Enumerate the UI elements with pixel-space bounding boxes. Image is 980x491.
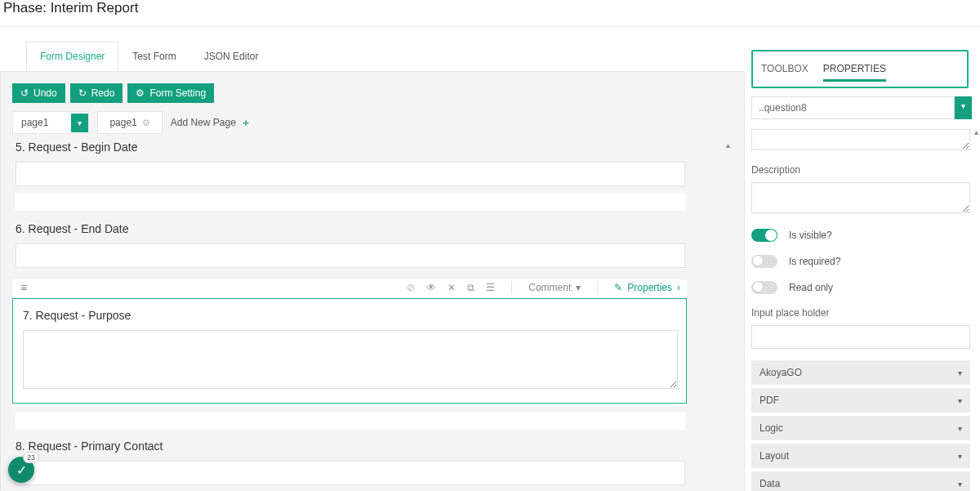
redo-icon: ↻ [78,87,87,99]
accordion-logic[interactable]: Logic ▾ [751,416,970,440]
chevron-down-icon: ▾ [958,368,962,377]
chevron-down-icon: ▾ [958,452,962,461]
form-setting-button[interactable]: ⚙ Form Setting [127,83,214,103]
delete-icon[interactable]: ⊘ [407,282,415,293]
status-fab[interactable]: ✓ 23 [8,457,34,483]
accordion-label: Data [760,478,780,489]
redo-button[interactable]: ↻ Redo [70,83,123,103]
chevron-down-icon: ▾ [958,480,962,489]
is-required-toggle[interactable] [751,255,777,268]
page-current-label: page1 [109,117,136,128]
read-only-label: Read only [789,282,833,293]
add-page-label: Add New Page [171,117,236,128]
redo-label: Redo [91,87,115,99]
comment-label: Comment [528,282,571,293]
chevron-down-icon: ▾ [958,424,962,433]
question-toolbar: ≡ ⊘ 👁 ✕ ⧉ ☰ Comme [12,279,687,298]
properties-panel: ❯ TOOLBOX PROPERTIES ▾ ▴ Description Is … [745,42,980,491]
question-label: 6. Request - End Date [16,222,733,235]
is-visible-label: Is visible? [789,230,832,241]
undo-icon: ↺ [20,87,29,99]
description-label: Description [751,164,970,176]
question-spacer [16,412,685,430]
question-8[interactable]: 8. Request - Primary Contact [12,440,733,485]
is-visible-toggle[interactable] [751,229,777,242]
question-spacer [16,193,685,211]
page-selector[interactable]: page1 ▾ [12,111,89,134]
accordion-akoyago[interactable]: AkoyaGO ▾ [751,360,970,385]
chevron-down-icon: ▾ [958,396,962,405]
properties-label: Properties [627,282,672,293]
required-icon[interactable]: ✕ [448,282,456,293]
chevron-down-icon[interactable]: ▾ [955,96,972,119]
accordion-layout[interactable]: Layout ▾ [751,444,970,468]
question-7-selected[interactable]: ≡ ⊘ 👁 ✕ ⧉ ☰ Comme [12,279,687,407]
page-title: Phase: Interim Report [0,0,980,26]
form-setting-label: Form Setting [149,87,206,99]
question-5[interactable]: 5. Request - Begin Date [12,141,733,211]
undo-label: Undo [33,87,57,99]
question-input-preview[interactable] [16,243,685,268]
gear-icon[interactable]: ⚙ [142,118,150,128]
description-textarea[interactable] [751,182,970,213]
question-label: 7. Request - Purpose [23,309,678,322]
accordion-data[interactable]: Data ▾ [751,471,970,491]
accordion-label: AkoyaGO [760,367,802,378]
designer-surface: ↺ Undo ↻ Redo ⚙ Form Setting page1 ▾ [0,71,745,491]
separator [511,281,512,294]
accordion-label: Layout [760,450,789,462]
question-selector-input[interactable] [751,96,955,119]
tab-json-editor[interactable]: JSON Editor [190,42,273,71]
panel-tabs: TOOLBOX PROPERTIES [751,50,969,88]
plus-icon: ＋ [241,116,251,130]
question-input-preview[interactable] [16,162,685,186]
question-textarea-preview[interactable] [23,330,678,389]
tab-test-form[interactable]: Test Form [118,42,189,71]
question-input-preview[interactable] [16,461,685,485]
list-icon[interactable]: ☰ [486,282,495,293]
title-textarea[interactable] [751,129,970,150]
placeholder-input[interactable] [751,325,970,349]
title-divider [0,26,980,27]
visibility-icon[interactable]: 👁 [426,282,436,293]
chevron-down-icon: ▾ [576,282,581,293]
page-current-chip[interactable]: page1 ⚙ [97,111,162,134]
copy-icon[interactable]: ⧉ [467,282,474,293]
tab-form-designer[interactable]: Form Designer [26,42,118,71]
question-selector-row: ▾ [751,96,972,119]
properties-link[interactable]: ✎ Properties › [614,282,680,293]
accordion-label: Logic [760,422,783,434]
undo-button[interactable]: ↺ Undo [12,83,65,103]
drag-handle-icon[interactable]: ≡ [20,281,27,294]
edit-icon: ✎ [614,282,622,293]
question-label: 8. Request - Primary Contact [16,440,733,453]
is-required-label: Is required? [789,256,840,267]
question-label: 5. Request - Begin Date [16,141,733,154]
tab-toolbox[interactable]: TOOLBOX [761,63,808,82]
comment-dropdown[interactable]: Comment ▾ [528,282,581,293]
accordion-pdf[interactable]: PDF ▾ [751,388,970,413]
accordion-label: PDF [760,395,779,406]
status-badge-count: 23 [23,452,39,463]
chevron-right-icon: › [677,282,680,293]
read-only-toggle[interactable] [751,281,777,294]
placeholder-label: Input place holder [751,307,970,319]
page-selector-value: page1 [13,112,71,133]
separator [597,281,598,294]
gear-icon: ⚙ [136,87,145,99]
chevron-down-icon[interactable]: ▾ [71,114,88,132]
scroll-up-icon[interactable]: ▴ [974,127,978,136]
scroll-up-icon[interactable]: ▴ [726,141,730,150]
mode-tabs: Form Designer Test Form JSON Editor [0,42,745,71]
question-6[interactable]: 6. Request - End Date [12,222,733,268]
tab-properties[interactable]: PROPERTIES [823,63,886,82]
add-new-page-button[interactable]: Add New Page ＋ [171,116,251,130]
